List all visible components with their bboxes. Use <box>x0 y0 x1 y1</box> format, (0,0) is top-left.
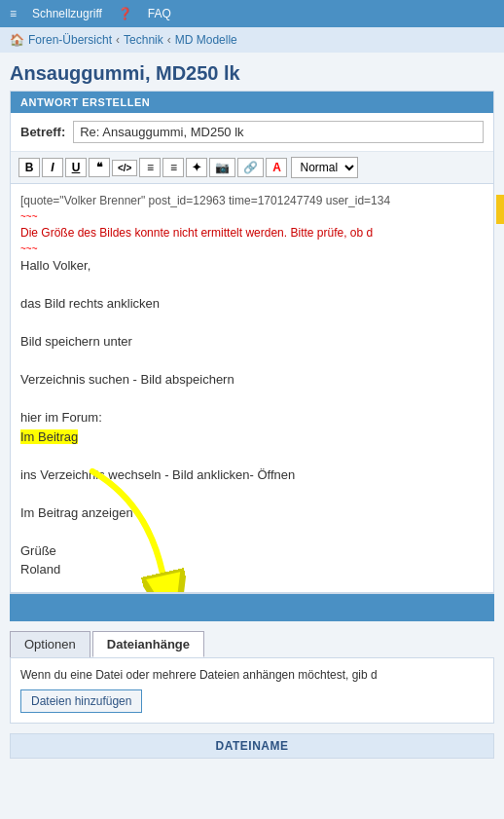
quote-line: [quote="Volker Brenner" post_id=12963 ti… <box>20 192 484 209</box>
editor-line-14: Im Beitrag anzeigen <box>20 503 484 523</box>
color-button[interactable]: A <box>266 158 287 177</box>
editor-line-7: Verzeichnis suchen - Bild abspeichern <box>20 370 484 390</box>
attach-info-text: Wenn du eine Datei oder mehrere Dateien … <box>20 668 484 682</box>
breadcrumb: 🏠 Foren-Übersicht ‹ Technik ‹ MD Modelle <box>0 27 504 53</box>
bold-button[interactable]: B <box>18 158 40 177</box>
reply-form-header: ANTWORT ERSTELLEN <box>11 92 493 113</box>
quick-access-icon: ≡ <box>10 7 17 20</box>
home-icon: 🏠 <box>10 33 24 47</box>
tab-options[interactable]: Optionen <box>10 631 90 657</box>
squiggle-2: ~~~ <box>20 242 484 256</box>
editor-line-13 <box>20 484 484 503</box>
page-title: Ansauggummi, MD250 lk <box>0 53 504 91</box>
editor-line-6 <box>20 352 484 371</box>
md-modelle-link[interactable]: MD Modelle <box>175 33 237 47</box>
attachments-panel: Wenn du eine Datei oder mehrere Dateien … <box>10 657 494 724</box>
editor-line-10: Im Beitrag <box>20 428 484 447</box>
subject-row: Betreff: <box>11 113 493 152</box>
editor-line-5: Bild speichern unter <box>20 332 484 352</box>
format-select[interactable]: Normal H1 H2 <box>291 157 358 178</box>
file-table-header: DATEINAME <box>10 733 494 759</box>
scroll-indicator[interactable] <box>496 195 504 224</box>
image-button[interactable]: 📷 <box>209 158 235 177</box>
editor-area[interactable]: [quote="Volker Brenner" post_id=12963 ti… <box>11 184 493 593</box>
squiggle-1: ~~~ <box>20 209 484 224</box>
editor-line-9: hier im Forum: <box>20 408 484 428</box>
subject-input[interactable] <box>73 121 484 143</box>
subject-label: Betreff: <box>20 125 65 139</box>
editor-line-15 <box>20 522 484 541</box>
breadcrumb-sep-2: ‹ <box>167 33 171 47</box>
tab-attachments[interactable]: Dateianhänge <box>92 631 204 657</box>
reply-form: ANTWORT ERSTELLEN Betreff: B I U ❝ </> ≡… <box>10 91 494 594</box>
blue-bar-below-editor <box>10 594 494 621</box>
quote-button[interactable]: ❝ <box>89 158 110 177</box>
forum-overview-link[interactable]: Foren-Übersicht <box>28 33 112 47</box>
editor-line-8 <box>20 390 484 409</box>
code-button[interactable]: </> <box>112 160 137 176</box>
list-ol-button[interactable]: ≡ <box>162 158 184 177</box>
editor-line-1: Hallo Volker, <box>20 256 484 276</box>
italic-button[interactable]: I <box>42 158 63 177</box>
breadcrumb-sep-1: ‹ <box>116 33 120 47</box>
editor-line-16: Grüße <box>20 541 484 561</box>
link-button[interactable]: 🔗 <box>237 158 264 177</box>
top-bar: ≡ Schnellzugriff ❓ FAQ <box>0 0 504 27</box>
quick-access-link[interactable]: Schnellzugriff <box>32 7 102 20</box>
add-files-button[interactable]: Dateien hinzufügen <box>20 689 142 713</box>
editor-line-3: das Bild rechts anklicken <box>20 294 484 314</box>
underline-button[interactable]: U <box>65 158 87 177</box>
editor-line-4 <box>20 314 484 333</box>
list-ul-button[interactable]: ≡ <box>139 158 161 177</box>
highlight-im-beitrag: Im Beitrag <box>20 429 78 444</box>
editor-toolbar: B I U ❝ </> ≡ ≡ ✦ 📷 🔗 A Normal H1 H2 <box>11 152 493 184</box>
technik-link[interactable]: Technik <box>124 33 163 47</box>
faq-icon: ❓ <box>118 7 132 20</box>
editor-line-11 <box>20 446 484 465</box>
editor-line-17: Roland <box>20 560 484 579</box>
editor-line-12: ins Verzeichnis wechseln - Bild anklicke… <box>20 465 484 485</box>
tabs-row: Optionen Dateianhänge <box>10 631 494 657</box>
error-line: Die Größe des Bildes konnte nicht ermitt… <box>20 224 484 242</box>
editor-line-2 <box>20 276 484 295</box>
faq-link[interactable]: FAQ <box>148 7 171 20</box>
special-button[interactable]: ✦ <box>186 158 207 177</box>
